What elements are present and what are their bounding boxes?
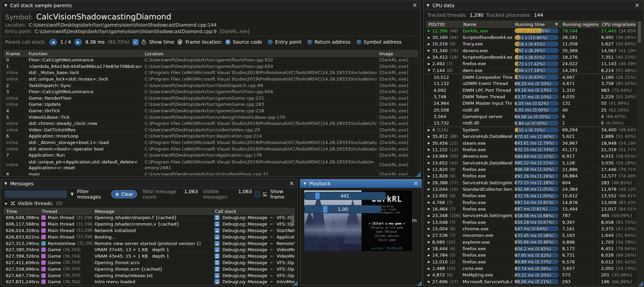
expander-icon[interactable]: ▶ — [428, 56, 432, 59]
message-callstack[interactable]: DebugLog::Message←Application: — [213, 234, 294, 240]
expander-icon[interactable]: ▶ — [428, 168, 432, 171]
visible-threads-row[interactable]: ▶ Visible threads: (5) — [1, 200, 297, 207]
cpu-process-row[interactable]: ▶34,412(18)ScriptedSandbox64.exe1.85 s (… — [426, 54, 636, 60]
expander-icon[interactable]: ▶ — [428, 260, 432, 263]
callstack-frame-row[interactable]: 0Floor::CalcLightNoLuminanceC:\Users\wol… — [4, 57, 418, 63]
message-callstack[interactable]: DebugLog::Message←VideoMemo — [213, 247, 294, 253]
expander-icon[interactable]: ▶ — [428, 247, 432, 250]
cpu-process-row[interactable]: ▶13,048(7)firefox.exe154.28 ms (0.67%)9,… — [426, 219, 636, 226]
cpu-process-row[interactable]: ▶15,004(8)chrome.exe147 ms (0.64%)7,1613… — [426, 226, 636, 232]
expander-icon[interactable]: ▶ — [428, 187, 432, 191]
callstack-frame-row[interactable]: inlinestd::unique_lock<std::mutex>::lock… — [4, 76, 418, 83]
expander-icon[interactable]: ▶ — [428, 280, 432, 283]
expander-icon[interactable]: ▶ — [428, 141, 432, 145]
cpu-process-row[interactable]: ▶29,388(77)ServiceHub.SettingsHost273.15… — [426, 180, 636, 186]
cpu-process-row[interactable]: ▶4(126)System1.55 s (6.70%)69,29434,400(… — [426, 127, 636, 133]
frame-location-radio-entry-point[interactable]: Entry point — [268, 39, 301, 45]
cpu-process-row[interactable]: ▶14,984(50)devenv.exe584.69 ms (2.53%)6,… — [426, 153, 636, 160]
resize-grip[interactable] — [293, 281, 297, 286]
cpu-process-row[interactable]: ▶14,784(5)firefox.exe97.95 ms (0.42%)6,7… — [426, 252, 636, 259]
cpu-process-row[interactable]: ▶16,464(7)firefox.exe187 ms (0.81%)15,49… — [426, 206, 636, 212]
callstack-frame-row[interactable]: 8mainC:\Users\wolf\Desktop\darkrl\src\En… — [4, 171, 418, 176]
expander-icon[interactable]: ▶ — [428, 207, 432, 211]
message-callstack[interactable]: DebugLog::Message←VFS::Open — [213, 215, 294, 221]
callstack-icon[interactable] — [215, 273, 220, 278]
expand-icon[interactable]: ▶ — [5, 202, 8, 205]
expander-icon[interactable]: ▶ — [428, 148, 432, 151]
cpu-thread-row[interactable]: 24,964DWM Master Input Thread5.03 ms (0.… — [426, 100, 636, 107]
cpu-process-row[interactable]: ▶1,488(10)csrss.exe83.74 ms (0.36%)3,657… — [426, 265, 636, 272]
message-callstack[interactable]: DebugLog::Message←StartNetwo — [213, 228, 294, 234]
expander-icon[interactable]: ▶ — [428, 234, 432, 237]
callstack-icon[interactable] — [215, 279, 220, 284]
collapse-icon[interactable]: ▼ — [427, 3, 429, 7]
cpu-process-row[interactable]: ▶11,152(12)firefox.exe632.15 ms (2.74%)4… — [426, 146, 636, 153]
message-row[interactable]: 626,024,328nsMain thread(31,596)Network … — [4, 228, 295, 234]
cpu-process-row[interactable]: ▶31,340(75)devenv.exe1.91 s (8.26%)35,36… — [426, 47, 636, 54]
callstack-icon[interactable] — [215, 267, 220, 272]
expander-icon[interactable]: ▶ — [428, 240, 432, 244]
cpu-thread-row[interactable]: 3,564GameInput server69.68 us (0.00%)64(… — [426, 113, 636, 120]
column-header-running-regions[interactable]: Running regions — [561, 21, 600, 27]
callstack-icon[interactable] — [215, 228, 220, 233]
cpu-process-row[interactable]: ▶27,696(17)Microsoft.ServiceHub.Co48.06 … — [426, 278, 636, 285]
cpu-process-row[interactable]: ▶12,016(2)firefox.exe84.89 ms (0.37%)6,5… — [426, 259, 636, 265]
clear-button[interactable]: ⊗ Clear — [111, 190, 137, 198]
expander-icon[interactable]: ▶ — [428, 227, 432, 230]
close-icon[interactable]: × — [289, 181, 294, 186]
next-callstack-button[interactable]: ▶ — [74, 39, 82, 46]
callstack-icon[interactable] — [215, 221, 220, 227]
callstack-icon[interactable] — [215, 234, 220, 240]
message-callstack[interactable]: DebugLog::Message←VFS::Open — [213, 260, 294, 266]
message-row[interactable]: 627,411,606nsGame(36,704)Opening /forest… — [4, 260, 295, 266]
cpu-process-row[interactable]: ▶11,828(6)firefox.exe291.26 ms (1.26%)16… — [426, 173, 636, 180]
cpu-thread-row[interactable]: 13,732ntdll.dll5.84 us (0.00%)10(0.00%) — [426, 120, 636, 127]
frame-location-radio-return-address[interactable]: Return address — [307, 39, 351, 45]
expander-icon[interactable]: ▶ — [428, 220, 432, 224]
message-row[interactable]: 627,558,996nsGame(36,704)Opening /forest… — [4, 266, 295, 272]
resize-grip[interactable] — [417, 281, 422, 286]
resize-grip[interactable] — [416, 172, 421, 177]
expander-icon[interactable]: ▶ — [428, 174, 432, 178]
expander-icon[interactable]: ▶ — [428, 181, 432, 184]
message-row[interactable]: 606,049,398nsMain thread(31,596)Opening … — [4, 215, 295, 221]
cpu-process-row[interactable]: ▶18,444(6)firefox.exe104.2 ms (0.45%)8,1… — [426, 245, 636, 252]
cpu-scrollbar[interactable] — [637, 21, 642, 285]
show-frame-checkbox[interactable] — [255, 191, 260, 197]
callstack-frame-row[interactable]: inlinestd::unique_ptr<Application,std::d… — [4, 159, 418, 171]
resize-grip[interactable] — [638, 281, 643, 286]
message-callstack[interactable]: DebugLog::Message←VideoMemo — [213, 253, 294, 259]
expander-icon[interactable]: ▶ — [428, 135, 432, 138]
callstack-icon[interactable] — [215, 215, 220, 220]
cpu-process-row[interactable]: ▼7,144(8)dwm.exe1.66 s (7.18%)14,2918,21… — [426, 67, 636, 74]
expander-icon[interactable]: ▼ — [428, 69, 432, 72]
callstack-icon[interactable] — [215, 247, 220, 252]
expander-icon[interactable]: ▶ — [428, 36, 432, 39]
frame-location-radio-source-code[interactable]: Source code — [225, 39, 262, 45]
column-header-cpu-migrations[interactable]: CPU migrations — [600, 21, 635, 27]
cpu-thread-row[interactable]: 20,508ntdll.dll1.01 ms (0.00%)4025(62.50… — [426, 107, 636, 113]
message-row[interactable]: 626,833,622nsMain thread(31,596)Booting.… — [4, 234, 295, 240]
cpu-process-row[interactable]: ▶4,768(7)firefox.exe187.54 ms (0.81%)14,… — [426, 199, 636, 206]
callstack-frame-row[interactable]: inlinestd::chrono::steady_clock::nowC:\P… — [4, 120, 418, 127]
cpu-process-row[interactable]: ▶11,820(9)firefox.exe346.58 ms (1.50%)21… — [426, 166, 636, 173]
callstack-icon[interactable] — [215, 254, 220, 259]
expander-icon[interactable]: ▶ — [428, 42, 432, 46]
expander-icon[interactable]: ▶ — [428, 62, 432, 66]
callstack-icon[interactable] — [215, 260, 220, 265]
message-callstack[interactable]: DebugLog::Message←VFS::Open — [213, 221, 294, 227]
cpu-process-row[interactable]: ▶12,692(9)firefox.exe231.76 ms (1.00%)15… — [426, 193, 636, 199]
cpu-scrollbar-thumb[interactable] — [638, 21, 641, 43]
filter-input[interactable] — [4, 190, 67, 198]
column-header-name[interactable]: Name — [461, 21, 513, 27]
callstack-frame-row[interactable]: inlinestd::atomic<bool>::operator boolC:… — [4, 146, 418, 152]
cpu-process-row[interactable]: ▶27,536(7)msvsmon.exe133.45 ms (0.58%)5,… — [426, 232, 636, 239]
callstack-frame-row[interactable]: 7Application::RunC:\Users\wolf\Desktop\d… — [4, 152, 418, 159]
expander-icon[interactable]: ▶ — [428, 155, 432, 158]
message-row[interactable]: 627,399,326nsGame(36,704)VRAM 43x45: 15 … — [4, 253, 295, 260]
callstack-frame-row[interactable]: inlineGame::RenderFloorC:\Users\wolf\Des… — [4, 95, 418, 102]
message-row[interactable]: 627,831,246nsGame(36,704)Intro menu load… — [4, 279, 295, 285]
cpu-process-row[interactable]: ▶15,652(43)ServiceHub.DataWarehou580.22 … — [426, 160, 636, 166]
message-row[interactable]: 627,667,736nsGame(36,704)Opening /meta/r… — [4, 272, 295, 279]
expander-icon[interactable]: ▶ — [428, 201, 432, 204]
